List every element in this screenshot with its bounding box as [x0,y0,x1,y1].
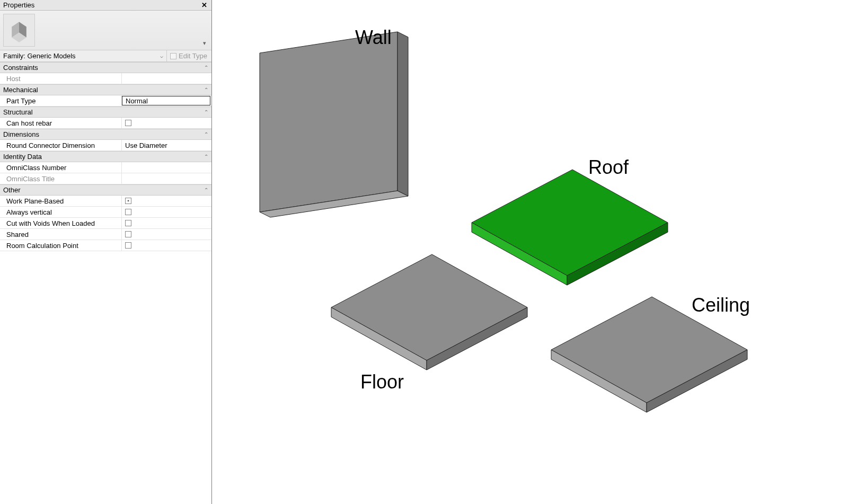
prop-cvw-value[interactable] [122,218,211,228]
group-dimensions[interactable]: Dimensions ⌃ [0,129,211,140]
prop-shared-label: Shared [0,229,122,240]
prop-can-host-rebar-value[interactable] [122,118,211,128]
group-identity-data[interactable]: Identity Data ⌃ [0,151,211,162]
edit-type-label: Edit Type [179,52,207,60]
prop-omniclass-title: OmniClass Title [0,173,211,184]
svg-marker-6 [331,254,527,360]
roof-label: Roof [588,156,629,179]
prop-can-host-rebar: Can host rebar [0,118,211,129]
svg-marker-1 [398,32,408,196]
prop-rcd-value[interactable]: Use Diameter [122,140,211,151]
collapse-icon[interactable]: ⌃ [204,154,208,160]
group-identity-title: Identity Data [3,153,42,161]
prop-room-calculation-point: Room Calculation Point [0,240,211,251]
prop-omniclass-number: OmniClass Number [0,162,211,173]
checkbox[interactable] [125,242,131,249]
prop-shared-value[interactable] [122,229,211,240]
group-other[interactable]: Other ⌃ [0,184,211,196]
prop-host-label: Host [0,73,122,84]
prop-host-value [122,73,211,84]
checkbox[interactable] [125,220,131,226]
collapse-icon[interactable]: ⌃ [204,87,208,93]
prop-shared: Shared [0,229,211,240]
prop-cut-with-voids: Cut with Voids When Loaded [0,218,211,229]
ceiling-label: Ceiling [692,294,750,316]
floor-label: Floor [360,371,404,393]
prop-can-host-rebar-label: Can host rebar [0,118,122,128]
prop-av-value[interactable] [122,207,211,217]
prop-rcd-label: Round Connector Dimension [0,140,122,151]
properties-panel: Properties ✕ ▾ Family: Generic Models ⌵ [0,0,212,504]
prop-part-type-value[interactable]: Normal [122,96,210,105]
panel-header: Properties ✕ [0,0,211,11]
group-mechanical-title: Mechanical [3,86,38,94]
prop-wpb-value[interactable]: ▪ [122,196,211,206]
prop-part-type: Part Type Normal [0,95,211,107]
group-constraints-title: Constraints [3,64,38,72]
prop-rcp-label: Room Calculation Point [0,240,122,251]
checkbox[interactable] [125,120,131,126]
collapse-icon[interactable]: ⌃ [204,187,208,193]
prop-work-plane-based: Work Plane-Based ▪ [0,196,211,207]
prop-part-type-label: Part Type [0,95,122,106]
svg-marker-0 [260,32,398,212]
prop-round-connector-dimension: Round Connector Dimension Use Diameter [0,140,211,151]
type-selector-caret[interactable]: ▾ [203,40,211,50]
type-selector[interactable]: ▾ [0,11,211,50]
group-structural[interactable]: Structural ⌃ [0,107,211,118]
checkbox[interactable] [125,209,131,215]
collapse-icon[interactable]: ⌃ [204,131,208,137]
family-dropdown[interactable]: Family: Generic Models ⌵ [0,50,167,61]
checkbox[interactable] [125,231,131,237]
panel-title: Properties [3,1,34,9]
prop-omni-title-value [122,173,211,184]
edit-type-button[interactable]: Edit Type [167,50,211,61]
ceiling-shape[interactable] [551,297,763,435]
checkbox[interactable]: ▪ [125,198,131,204]
chevron-down-icon: ⌵ [160,53,163,59]
group-structural-title: Structural [3,108,33,116]
properties-list[interactable]: Constraints ⌃ Host Mechanical ⌃ Part Typ… [0,62,211,504]
prop-cvw-label: Cut with Voids When Loaded [0,218,122,228]
prop-wpb-label: Work Plane-Based [0,196,122,206]
panel-close-button[interactable]: ✕ [199,1,209,9]
prop-omni-title-label: OmniClass Title [0,173,122,184]
collapse-icon[interactable]: ⌃ [204,65,208,70]
prop-omni-num-value[interactable] [122,162,211,173]
group-other-title: Other [3,186,21,194]
edit-type-icon [170,53,176,59]
prop-host: Host [0,73,211,84]
wall-label: Wall [355,26,392,49]
model-viewport[interactable]: Wall Roof Floor Ceiling [212,0,848,504]
family-label: Family: Generic Models [3,52,76,60]
collapse-icon[interactable]: ⌃ [204,109,208,115]
prop-always-vertical: Always vertical [0,207,211,218]
prop-av-label: Always vertical [0,207,122,217]
wall-shape[interactable] [249,32,440,254]
group-constraints[interactable]: Constraints ⌃ [0,62,211,73]
family-thumbnail [3,14,35,47]
group-mechanical[interactable]: Mechanical ⌃ [0,84,211,95]
group-dimensions-title: Dimensions [3,130,39,138]
prop-omni-num-label: OmniClass Number [0,162,122,173]
prop-rcp-value[interactable] [122,240,211,251]
